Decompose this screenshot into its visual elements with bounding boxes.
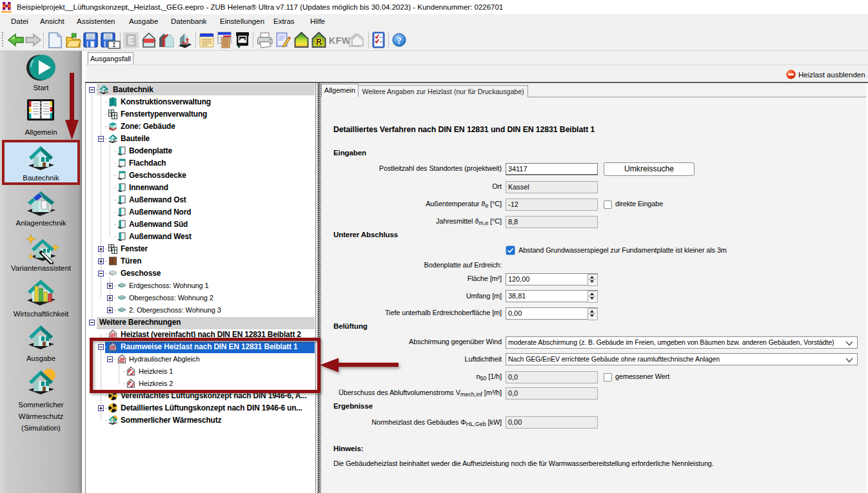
svg-text:R: R (316, 37, 322, 46)
svg-text:?: ? (397, 35, 402, 46)
